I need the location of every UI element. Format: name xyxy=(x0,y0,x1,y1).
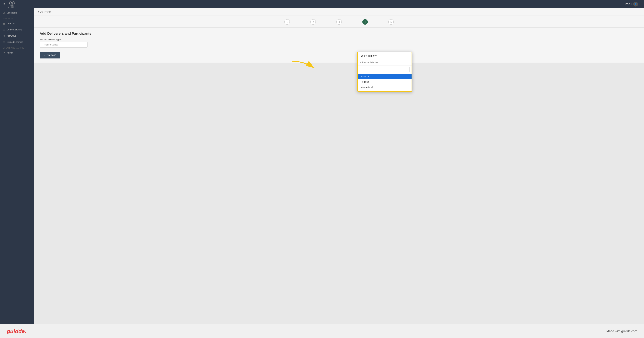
navbar-user-menu[interactable]: EDS 1 👤 ▾ xyxy=(625,2,640,6)
sidebar-item-pathways[interactable]: ◎ Pathways › xyxy=(0,33,34,39)
footer-tagline: Made with guidde.com xyxy=(606,330,637,333)
step-line-1 xyxy=(290,22,310,22)
territory-option-regional[interactable]: Regional xyxy=(358,79,412,84)
step-line-3 xyxy=(342,22,362,22)
step-circle-1: 1 xyxy=(284,19,290,24)
sidebar-item-admin[interactable]: ⚙ Admin › xyxy=(0,50,34,56)
step-circle-2: 2 xyxy=(310,19,316,24)
footer: guidde. Made with guidde.com xyxy=(0,324,644,338)
page-title-bar: Courses xyxy=(34,8,644,16)
step-5: 5 xyxy=(388,19,394,24)
step-circle-4: 4 xyxy=(362,19,368,24)
navbar-left: ≡ Censeo xyxy=(4,0,16,8)
territory-select-row[interactable]: -- Please Select -- ▾ xyxy=(358,59,412,66)
guidde-logo: guidde. xyxy=(7,328,26,334)
step-line-2 xyxy=(316,22,336,22)
chevron-right-icon: › xyxy=(31,12,32,14)
territory-popup-title: Select Territory xyxy=(358,52,412,59)
censeo-logo-icon xyxy=(9,0,15,6)
dropdown-icon: ▾ xyxy=(640,3,640,6)
step-1: 1 xyxy=(284,19,290,24)
step-line-4 xyxy=(368,22,388,22)
sidebar-item-content-library[interactable]: ▤ Content Library › xyxy=(0,26,34,33)
svg-point-0 xyxy=(10,1,14,6)
page-title: Courses xyxy=(38,10,51,14)
products-section-label: PRODUCTS xyxy=(0,16,34,20)
sidebar-label-admin: Admin xyxy=(7,52,13,54)
create-manage-section-label: CREATE AND MANAGE xyxy=(0,45,34,50)
step-3: 3 xyxy=(336,19,342,24)
form-card: Add Deliverers and Participants Select D… xyxy=(34,28,644,62)
sidebar-item-dashboard[interactable]: ⊡ Dashboard › xyxy=(0,10,34,16)
territory-options: National Regional International xyxy=(358,73,412,91)
content-library-icon: ▤ xyxy=(3,28,5,31)
main-content-wrapper: Courses 1 2 3 4 xyxy=(34,8,644,324)
sidebar: ⊡ Dashboard › PRODUCTS ▤ Courses › ▤ Con… xyxy=(0,8,34,324)
territory-search-input[interactable] xyxy=(360,67,410,72)
navbar-logo: Censeo xyxy=(8,0,16,8)
territory-popup: Select Territory -- Please Select -- ▾ N… xyxy=(358,52,412,92)
user-label: EDS 1 xyxy=(625,3,632,6)
territory-chevron-icon: ▾ xyxy=(408,61,410,64)
deliverer-type-label: Select Deliverer Type xyxy=(40,38,638,41)
chevron-right-icon-guided: › xyxy=(31,41,32,43)
chevron-right-icon-courses: › xyxy=(31,22,32,24)
territory-select-placeholder: -- Please Select -- xyxy=(360,61,378,64)
step-circle-3: 3 xyxy=(336,19,342,24)
courses-icon: ▤ xyxy=(3,22,5,25)
dashboard-icon: ⊡ xyxy=(3,11,5,14)
guided-learning-icon: ▤ xyxy=(3,40,5,43)
navbar: ≡ Censeo EDS 1 👤 ▾ xyxy=(0,0,644,8)
stepper-container: 1 2 3 4 5 xyxy=(34,16,644,28)
step-2: 2 xyxy=(310,19,316,24)
navbar-logo-text: Censeo xyxy=(8,6,16,8)
sidebar-label-guided-learning: Guided Learning xyxy=(7,41,23,43)
chevron-right-icon-pathways: › xyxy=(31,35,32,37)
admin-icon: ⚙ xyxy=(3,51,5,54)
territory-option-national[interactable]: National xyxy=(358,74,412,79)
sidebar-item-guided-learning[interactable]: ▤ Guided Learning › xyxy=(0,39,34,45)
hamburger-icon[interactable]: ≡ xyxy=(4,2,5,6)
chevron-right-icon-admin: › xyxy=(31,52,32,54)
main-layout: ⊡ Dashboard › PRODUCTS ▤ Courses › ▤ Con… xyxy=(0,8,644,324)
step-circle-5: 5 xyxy=(388,19,394,24)
pathways-icon: ◎ xyxy=(3,34,5,37)
stepper: 1 2 3 4 5 xyxy=(41,19,637,24)
sidebar-label-dashboard: Dashboard xyxy=(6,12,18,14)
avatar: 👤 xyxy=(633,2,638,6)
chevron-right-icon-content: › xyxy=(31,28,32,30)
territory-option-international[interactable]: International xyxy=(358,84,412,90)
deliverer-type-select[interactable]: -- Please Select -- xyxy=(40,42,88,48)
previous-button[interactable]: ← Previous xyxy=(40,52,60,58)
sidebar-label-content-library: Content Library xyxy=(7,28,22,31)
step-4: 4 xyxy=(362,19,368,24)
sidebar-label-courses: Courses xyxy=(7,22,15,25)
sidebar-label-pathways: Pathways xyxy=(6,34,16,37)
sidebar-item-courses[interactable]: ▤ Courses › xyxy=(0,20,34,26)
form-title: Add Deliverers and Participants xyxy=(40,32,638,36)
